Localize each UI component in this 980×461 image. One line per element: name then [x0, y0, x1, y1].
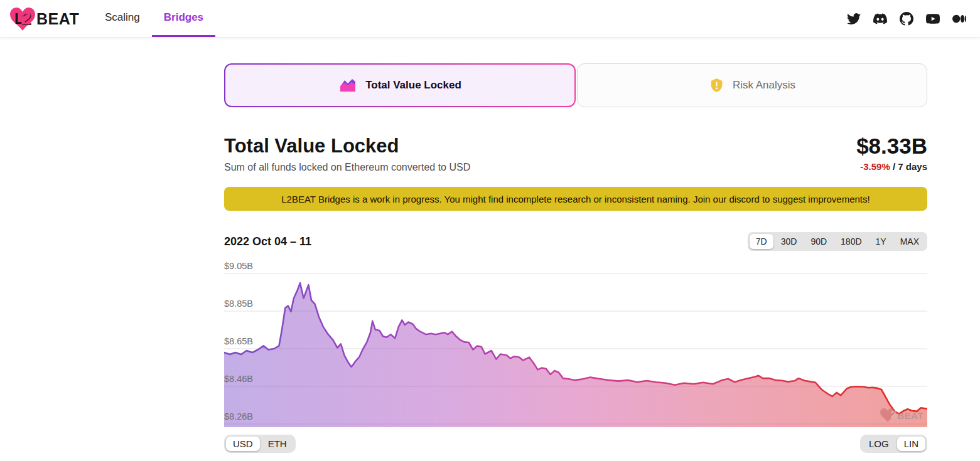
- nav-tabs: Scaling Bridges: [93, 0, 215, 37]
- area-chart-icon: [338, 78, 357, 93]
- banner-text: L2BEAT Bridges is a work in progress. Yo…: [281, 194, 870, 204]
- tab-total-value-locked[interactable]: Total Value Locked: [224, 63, 576, 107]
- shield-warning-icon: [709, 78, 724, 93]
- youtube-icon[interactable]: [926, 12, 940, 26]
- range-7d-button[interactable]: 7D: [750, 234, 773, 249]
- eth-toggle-button[interactable]: ETH: [261, 437, 294, 451]
- nav-tab-bridges[interactable]: Bridges: [152, 0, 215, 37]
- nav-tab-scaling[interactable]: Scaling: [93, 0, 152, 37]
- range-90d-button[interactable]: 90D: [804, 234, 833, 249]
- tab-label: Total Value Locked: [365, 79, 461, 92]
- twitter-icon[interactable]: [847, 12, 861, 26]
- discord-icon[interactable]: [873, 12, 887, 26]
- log-toggle-button[interactable]: LOG: [862, 437, 896, 451]
- y-tick: $9.05B: [224, 261, 253, 271]
- chart-controls: USD ETH LOG LIN: [224, 435, 927, 453]
- tvl-chart[interactable]: $9.05B $8.85B $8.65B $8.46B $8.26B 2 BEA…: [224, 259, 927, 427]
- y-tick: $8.85B: [224, 299, 253, 309]
- tab-label: Risk Analysis: [733, 79, 795, 92]
- tab-risk-analysis[interactable]: Risk Analysis: [577, 63, 927, 107]
- y-tick: $8.46B: [224, 374, 253, 384]
- tvl-change-period: / 7 days: [890, 161, 927, 172]
- medium-icon[interactable]: [952, 12, 966, 26]
- page-title: Total Value Locked: [224, 135, 470, 157]
- github-icon[interactable]: [900, 12, 913, 26]
- work-in-progress-banner: L2BEAT Bridges is a work in progress. Yo…: [224, 187, 927, 211]
- range-1y-button[interactable]: 1Y: [870, 234, 893, 249]
- tvl-change: -3.59% / 7 days: [856, 161, 927, 172]
- range-180d-button[interactable]: 180D: [834, 234, 868, 249]
- logo-text-beat: BEAT: [36, 10, 79, 28]
- chart-area-fill: [224, 283, 927, 427]
- tvl-change-percent: -3.59%: [860, 161, 890, 172]
- summary-section: Total Value Locked Sum of all funds lock…: [224, 135, 927, 173]
- main-content: Total Value Locked Risk Analysis Total V…: [224, 63, 927, 453]
- chart-header: 2022 Oct 04 – 11 7D 30D 90D 180D 1Y MAX: [224, 232, 927, 251]
- social-links: [847, 12, 966, 26]
- currency-toggle: USD ETH: [224, 435, 296, 453]
- range-30d-button[interactable]: 30D: [775, 234, 804, 249]
- logo-digit-2: 2: [21, 8, 31, 29]
- range-max-button[interactable]: MAX: [894, 234, 925, 249]
- lin-toggle-button[interactable]: LIN: [897, 437, 925, 451]
- time-range-picker: 7D 30D 90D 180D 1Y MAX: [748, 232, 927, 251]
- l2beat-logo[interactable]: L 2 BEAT: [9, 4, 73, 34]
- y-tick: $8.26B: [224, 411, 253, 421]
- top-nav: L 2 BEAT Scaling Bridges: [0, 0, 980, 38]
- scale-toggle: LOG LIN: [860, 435, 927, 453]
- y-tick: $8.65B: [224, 336, 253, 346]
- view-tabs: Total Value Locked Risk Analysis: [224, 63, 927, 107]
- usd-toggle-button[interactable]: USD: [226, 437, 260, 451]
- tvl-value: $8.33B: [856, 135, 927, 158]
- chart-date-range: 2022 Oct 04 – 11: [224, 235, 311, 248]
- page-subtitle: Sum of all funds locked on Ethereum conv…: [224, 162, 470, 173]
